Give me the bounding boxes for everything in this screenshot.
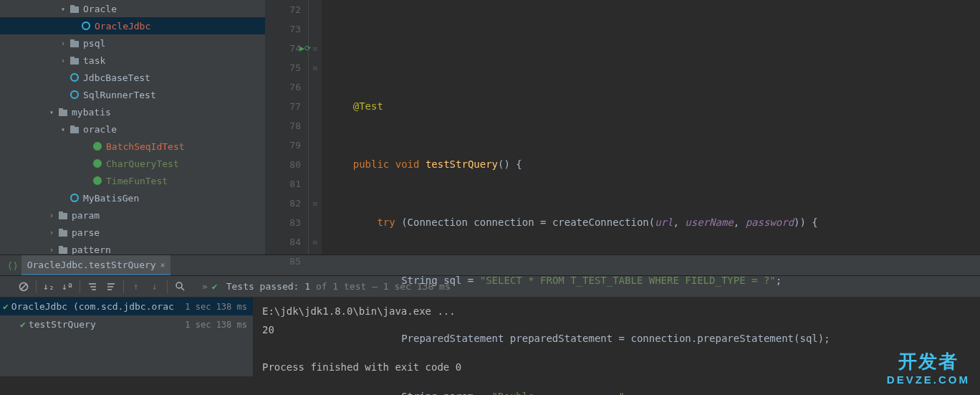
prev-failed-button[interactable]: ↑ <box>127 277 145 296</box>
run-tab-title: OracleJdbc.testStrQuery <box>27 260 156 270</box>
console-line: 20 <box>262 324 274 335</box>
run-gutter-icon[interactable]: ▶⟳ <box>299 39 311 58</box>
svg-rect-12 <box>59 230 67 237</box>
next-failed-button[interactable]: ↓ <box>145 277 164 296</box>
check-icon: ✔ <box>20 319 26 330</box>
line-number: 85 <box>266 252 301 271</box>
check-icon: ✔ <box>212 281 218 292</box>
tree-label: parse <box>72 227 100 238</box>
svg-rect-5 <box>70 57 75 59</box>
line-number: 73 <box>266 19 301 39</box>
tree-label: BatchSeqIdTest <box>106 141 185 152</box>
svg-rect-15 <box>59 246 63 248</box>
run-icon: ⟨⟩ <box>7 260 19 271</box>
test-child-row[interactable]: ✔testStrQuery 1 sec 138 ms <box>0 315 253 333</box>
tree-mybatisgen[interactable]: MyBatisGen <box>0 189 265 206</box>
line-number: 82 <box>266 194 301 213</box>
tree-batchseqid[interactable]: BatchSeqIdTest <box>0 138 265 155</box>
line-number: 81 <box>266 174 301 194</box>
test-name: testStrQuery <box>29 319 96 330</box>
tree-label: OracleJdbc <box>95 21 150 32</box>
svg-rect-3 <box>70 39 75 42</box>
tree-oracle2[interactable]: ▾oracle <box>0 120 265 138</box>
test-duration: 1 sec 138 ms <box>185 320 247 330</box>
annotation: @Test <box>353 100 383 112</box>
svg-rect-14 <box>59 247 67 254</box>
run-tab[interactable]: OracleJdbc.testStrQuery ✕ <box>21 255 171 275</box>
tree-label: JdbcBaseTest <box>83 72 150 83</box>
tree-oraclejdbc[interactable]: OracleJdbc <box>0 17 265 34</box>
svg-rect-8 <box>70 127 79 133</box>
line-number: 77 <box>266 97 301 116</box>
chevron-right-icon: » <box>202 281 208 292</box>
tree-jdbcbasetest[interactable]: JdbcBaseTest <box>0 69 265 86</box>
tree-pattern[interactable]: ›pattern <box>0 241 265 254</box>
line-number: 83 <box>266 213 301 232</box>
search-button[interactable] <box>170 277 189 296</box>
svg-rect-9 <box>70 125 75 128</box>
tree-sqlrunnertest[interactable]: SqlRunnerTest <box>0 86 265 103</box>
line-number: 74▶⟳ <box>266 39 301 58</box>
svg-rect-4 <box>70 58 79 65</box>
disable-button[interactable] <box>14 277 33 296</box>
test-results-tree[interactable]: ✔OracleJdbc (com.scd.jdbc.orac 1 sec 138… <box>0 298 254 376</box>
tree-param[interactable]: ›param <box>0 206 265 224</box>
line-number: 75 <box>266 58 301 77</box>
svg-rect-6 <box>59 110 67 116</box>
tree-mybatis[interactable]: ▾mybatis <box>0 103 265 120</box>
tree-parse[interactable]: ›parse <box>0 224 265 241</box>
svg-point-18 <box>176 282 182 288</box>
fold-icon[interactable]: ⊟ <box>309 232 322 252</box>
line-number: 84 <box>266 232 301 252</box>
tree-oracle-pkg[interactable]: ▾Oracle <box>0 0 265 17</box>
line-number: 79 <box>266 135 301 155</box>
svg-rect-1 <box>70 5 75 7</box>
sort-button[interactable]: ↓₂ <box>39 277 58 296</box>
tree-label: TimeFunTest <box>106 176 168 186</box>
code-editor[interactable]: 72 73 74▶⟳ 75 76 77 78 79 80 81 82 83 84… <box>266 0 980 254</box>
tree-label: MyBatisGen <box>83 193 139 204</box>
svg-rect-7 <box>59 108 63 110</box>
svg-line-17 <box>21 284 27 290</box>
tree-label: task <box>83 55 105 66</box>
fold-icon[interactable]: ⊟ <box>309 58 322 77</box>
tree-task[interactable]: ›task <box>0 52 265 69</box>
tree-label: psql <box>83 38 105 49</box>
svg-rect-2 <box>70 41 79 47</box>
tree-label: mybatis <box>72 107 111 118</box>
tree-label: CharQueryTest <box>106 158 179 169</box>
watermark: 开发者 DEVZE.COM <box>887 352 970 389</box>
line-number: 76 <box>266 77 301 97</box>
check-icon: ✔ <box>3 301 9 312</box>
close-icon[interactable]: ✕ <box>160 260 165 270</box>
expand-all-button[interactable] <box>83 277 102 296</box>
tree-psql[interactable]: ›psql <box>0 34 265 52</box>
collapse-all-button[interactable] <box>102 277 120 296</box>
tree-label: Oracle <box>83 4 117 14</box>
fold-icon[interactable]: ⊟ <box>309 194 322 213</box>
tree-label: SqlRunnerTest <box>83 90 156 100</box>
tree-label: oracle <box>83 124 117 135</box>
tree-label: pattern <box>72 244 111 255</box>
tree-label: param <box>72 210 100 221</box>
test-name: OracleJdbc (com.scd.jdbc.orac <box>11 301 174 312</box>
tree-charquery[interactable]: CharQueryTest <box>0 155 265 172</box>
sort-alpha-button[interactable]: ↓ª <box>58 277 77 296</box>
line-number: 78 <box>266 116 301 135</box>
line-number: 80 <box>266 155 301 174</box>
line-number: 72 <box>266 0 301 19</box>
svg-rect-10 <box>59 213 67 219</box>
svg-rect-0 <box>70 6 79 13</box>
tree-timefun[interactable]: TimeFunTest <box>0 172 265 189</box>
project-tree[interactable]: ▾Oracle OracleJdbc ›psql ›task JdbcBaseT… <box>0 0 266 254</box>
svg-rect-11 <box>59 211 63 214</box>
test-root-row[interactable]: ✔OracleJdbc (com.scd.jdbc.orac 1 sec 138… <box>0 298 253 315</box>
test-duration: 1 sec 138 ms <box>185 302 247 312</box>
gutter[interactable]: 72 73 74▶⟳ 75 76 77 78 79 80 81 82 83 84… <box>266 0 309 254</box>
svg-line-19 <box>181 287 184 290</box>
code-area[interactable]: @Test public void testStrQuery() { try (… <box>322 0 980 254</box>
svg-rect-13 <box>59 229 63 231</box>
